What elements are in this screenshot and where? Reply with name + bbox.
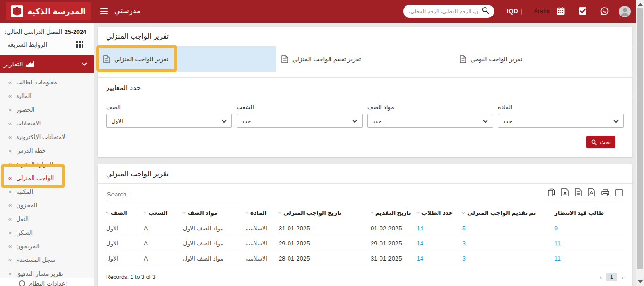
school-logo[interactable]: المدرسة الذكية xyxy=(6,2,91,20)
class-label: الصف xyxy=(106,104,232,111)
table-header-row: الصف الشعب مواد الصف المادة تاريخ الواجب… xyxy=(105,205,626,221)
submitted-count-link[interactable]: 5 xyxy=(462,221,553,236)
school-name: المدرسة الذكية xyxy=(27,7,86,16)
pdf-icon[interactable] xyxy=(588,188,595,196)
sidebar-item-homework[interactable]: الواجب المنزلي xyxy=(0,171,94,185)
page-number[interactable]: 1 xyxy=(606,273,617,281)
sidebar-item-alumni[interactable]: الخريجون xyxy=(0,239,94,253)
pending-count-link[interactable]: 11 xyxy=(553,236,626,251)
language-selector[interactable]: Arabic xyxy=(534,8,550,15)
col-subject[interactable]: المادة xyxy=(245,205,278,221)
criteria-header: حدد المعايير xyxy=(98,77,632,97)
gear-icon xyxy=(19,280,25,286)
sidebar-item-finance[interactable]: المالية xyxy=(0,89,94,103)
class-subjects-select[interactable]: حدد xyxy=(367,114,493,128)
export-toolbar xyxy=(547,188,624,200)
sidebar-item-hostel[interactable]: السكن xyxy=(0,226,94,239)
global-search-input[interactable] xyxy=(409,8,478,14)
next-page-button[interactable]: › xyxy=(622,274,624,281)
tab-homework-report[interactable]: تقرير الواجب المنزلي xyxy=(98,46,276,72)
table-row: الاول A مواد الصف الاول الاسلامية 29-01-… xyxy=(105,236,626,251)
class-select[interactable]: الاول xyxy=(106,114,232,128)
global-search xyxy=(403,5,494,18)
class-field: الصف الاول xyxy=(106,104,232,128)
student-count-link[interactable]: 14 xyxy=(416,221,462,236)
excel-icon[interactable] xyxy=(561,188,569,196)
table-search-input[interactable] xyxy=(106,189,241,200)
submitted-count-link[interactable]: 3 xyxy=(462,251,553,266)
double-chevron-icon xyxy=(8,202,12,209)
whatsapp-icon[interactable] xyxy=(600,7,609,18)
grid-icon xyxy=(76,41,83,48)
document-icon xyxy=(103,55,110,63)
subject-label: المادة xyxy=(498,104,624,111)
double-chevron-icon xyxy=(8,215,12,222)
hamburger-icon[interactable] xyxy=(100,8,108,14)
sidebar-item-transport[interactable]: النقل xyxy=(0,212,94,226)
double-chevron-icon xyxy=(8,106,12,113)
tab-daily-assignment-report[interactable]: تقرير الواجب اليومي xyxy=(454,46,632,72)
report-card: تقَرير الواجب المنزلي تقرير الواجب المنز… xyxy=(98,27,632,157)
double-chevron-icon xyxy=(8,270,12,277)
sort-icon xyxy=(278,211,281,214)
scrollbar-thumb[interactable] xyxy=(637,8,643,269)
search-button[interactable]: بحث xyxy=(586,136,615,148)
criteria-title: حدد المعايير xyxy=(106,83,141,92)
copy-icon[interactable] xyxy=(548,188,555,196)
submitted-count-link[interactable]: 3 xyxy=(462,236,553,251)
section-select[interactable]: حدد xyxy=(237,114,363,128)
sidebar-item-online-exams[interactable]: الامتحانات الإلكترونية xyxy=(0,130,94,144)
csv-file-icon[interactable] xyxy=(575,188,582,196)
col-student-count[interactable]: عدد الطلاب xyxy=(416,205,462,221)
scroll-down-arrow[interactable] xyxy=(638,280,643,283)
currency-selector[interactable]: IQD xyxy=(507,8,523,15)
sidebar-item-inventory[interactable]: المخزون xyxy=(0,198,94,212)
print-icon[interactable] xyxy=(601,189,609,196)
student-count-link[interactable]: 14 xyxy=(416,251,462,266)
sort-icon xyxy=(462,211,465,214)
student-count-link[interactable]: 14 xyxy=(416,236,462,251)
chart-icon xyxy=(26,61,34,67)
sidebar-item-exams[interactable]: الامتحانات xyxy=(0,116,94,130)
col-submission-date[interactable]: تاريخ التقديم xyxy=(370,205,416,221)
class-subjects-label: مواد الصف xyxy=(367,104,493,111)
pending-count-link[interactable]: 9 xyxy=(553,221,626,236)
homework-report-table: الصف الشعب مواد الصف المادة تاريخ الواجب… xyxy=(105,205,626,266)
col-class[interactable]: الصف xyxy=(105,205,143,221)
double-chevron-icon xyxy=(8,120,12,127)
table-title-row: تقَرير الواجب المنزلي xyxy=(98,164,632,184)
table-title: تقَرير الواجب المنزلي xyxy=(106,170,169,178)
sort-icon xyxy=(143,211,147,214)
sidebar-item-lesson-plan[interactable]: خطة الدرس xyxy=(0,144,94,157)
col-homework-date[interactable]: تاريخ الواجب المنزلي xyxy=(278,205,370,221)
subject-select[interactable]: حدد xyxy=(498,114,624,128)
records-count: Records: 1 to 3 of 3 xyxy=(106,274,156,280)
sidebar-item-hr[interactable]: الموارد البشرية xyxy=(0,157,94,171)
column-visibility-icon[interactable] xyxy=(615,189,623,196)
scroll-up-arrow[interactable] xyxy=(638,3,643,6)
sidebar-item-library[interactable]: المكتبة xyxy=(0,185,94,198)
sidebar-item-attendance[interactable]: الحضور xyxy=(0,103,94,116)
subject-field: المادة حدد xyxy=(498,104,624,128)
pending-count-link[interactable]: 11 xyxy=(553,251,626,266)
sidebar-item-user-log[interactable]: سجل المستخدم xyxy=(0,253,94,267)
col-class-subjects[interactable]: مواد الصف xyxy=(182,205,245,221)
section-field: الشعب حدد xyxy=(237,104,363,128)
avatar[interactable] xyxy=(619,6,631,17)
sidebar-item-student-info[interactable]: معلومات الطالب xyxy=(0,75,94,89)
sort-icon xyxy=(182,211,186,214)
calendar-icon[interactable] xyxy=(556,7,565,17)
double-chevron-icon xyxy=(8,92,12,99)
col-section[interactable]: الشعب xyxy=(143,205,182,221)
quick-links[interactable]: الروابط السريعة xyxy=(5,40,88,51)
vertical-scrollbar[interactable] xyxy=(636,0,644,286)
search-icon[interactable] xyxy=(482,7,489,16)
tasks-icon[interactable] xyxy=(578,7,587,17)
app-title: مدرستي xyxy=(114,6,140,15)
sidebar-section-reports[interactable]: التقارير xyxy=(0,55,94,73)
col-submitted[interactable]: تم تقديم الواجب المنزلي xyxy=(462,205,553,221)
tab-homework-evaluation-report[interactable]: تقرير تقييم الواجب المنزلي xyxy=(276,46,454,72)
prev-page-button[interactable]: ‹ xyxy=(600,274,602,281)
double-chevron-icon xyxy=(8,79,12,86)
sidebar-item-audit-trail[interactable]: تقرير مسار التدقيق xyxy=(0,267,94,280)
